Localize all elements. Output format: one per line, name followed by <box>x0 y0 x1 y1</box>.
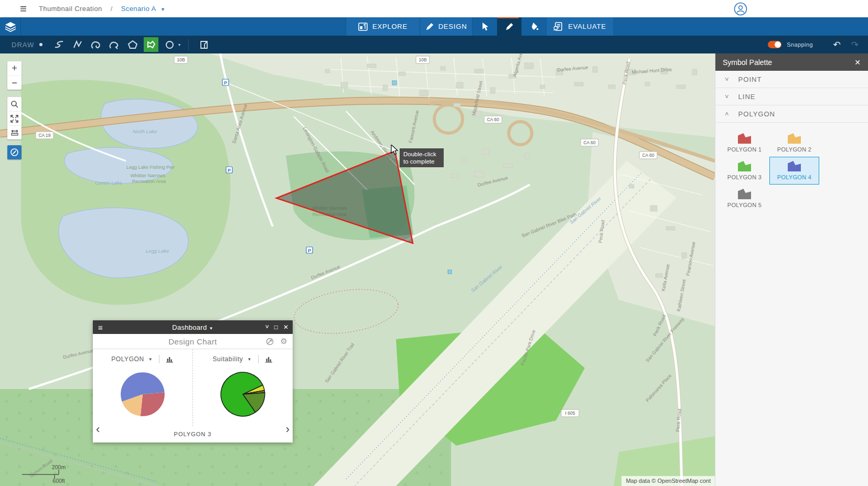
visibility-icon[interactable] <box>266 338 274 345</box>
route-shield-label: I 605 <box>565 411 575 416</box>
chart-settings-gear-icon[interactable]: ⚙ <box>281 337 287 346</box>
dashboard-title-text: Dashboard <box>172 323 207 331</box>
dashboard-body: ‹ › POLYGON ▼ Suitability ▼ <box>93 349 293 426</box>
polygon-swatch-icon <box>788 133 801 144</box>
breadcrumb-project[interactable]: Thumbnail Creation <box>39 5 102 13</box>
polygon-swatch-grid: POLYGON 1POLYGON 2POLYGON 3POLYGON 4POLY… <box>715 123 820 212</box>
map-tools <box>7 97 22 139</box>
draw-tool-button-active[interactable] <box>497 17 521 36</box>
draw-pencil-icon <box>505 23 513 31</box>
swatch-polygon-2[interactable]: POLYGON 2 <box>769 129 819 157</box>
zoom-controls: + − <box>7 61 22 90</box>
field-dropdown-caret-icon[interactable]: ▼ <box>247 357 252 362</box>
freehand-polygon-tool[interactable] <box>89 37 103 52</box>
collapse-window-icon[interactable]: ˅ <box>265 323 269 331</box>
expand-icon <box>10 115 18 123</box>
close-window-icon[interactable]: ✕ <box>283 323 288 331</box>
map-attribution: Map data © OpenStreetMap cont <box>621 476 715 486</box>
swatch-label: POLYGON 3 <box>727 174 762 180</box>
map-canvas[interactable]: North LakeCenter LakeLegg LakeLegg Lake … <box>0 53 715 486</box>
polygon-swatch-icon <box>738 161 751 171</box>
dashboard-subtitle-row: Design Chart ⚙ <box>93 334 293 349</box>
dashboard-titlebar[interactable]: ≡ Dashboard▼ ˅ □ ✕ <box>93 320 293 334</box>
circle-tool[interactable] <box>162 37 177 52</box>
circle-tool-caret-icon[interactable]: ▾ <box>178 42 180 47</box>
evaluate-report-icon <box>553 22 563 31</box>
carousel-prev-icon[interactable]: ‹ <box>96 423 100 436</box>
tab-explore[interactable]: EXPLORE <box>346 17 420 36</box>
polyline-tool[interactable] <box>70 37 85 52</box>
suitability-field-select[interactable]: Suitability <box>213 355 243 363</box>
study-area-tool[interactable] <box>197 37 211 52</box>
swatch-polygon-5[interactable]: POLYGON 5 <box>720 185 769 212</box>
tab-design[interactable]: DESIGN <box>420 17 472 36</box>
maximize-window-icon[interactable]: □ <box>274 323 278 331</box>
select-tool-button[interactable] <box>472 17 497 36</box>
dashboard-gauge-button[interactable] <box>7 145 22 159</box>
polygon-field-select[interactable]: POLYGON <box>111 355 144 363</box>
toolbar-divider <box>188 39 189 50</box>
breadcrumb-separator: / <box>111 5 113 13</box>
swatch-label: POLYGON 2 <box>777 146 811 153</box>
suitability-pie-chart[interactable] <box>219 370 267 418</box>
search-icon <box>10 100 19 109</box>
section-line[interactable]: ˅ LINE <box>715 88 868 105</box>
dashboard-menu-icon[interactable]: ≡ <box>98 323 103 332</box>
tab-design-label: DESIGN <box>438 23 467 30</box>
swatch-polygon-1[interactable]: POLYGON 1 <box>720 129 769 157</box>
scenario-caret-icon[interactable]: ▼ <box>160 7 165 12</box>
tab-evaluate-label: EVALUATE <box>568 23 606 30</box>
chevron-down-icon: ˅ <box>725 93 730 101</box>
redo-icon[interactable]: ↷ <box>851 39 859 50</box>
polygon-pie-chart[interactable] <box>119 370 167 418</box>
layers-button[interactable] <box>0 17 21 36</box>
snapping-toggle[interactable] <box>768 41 781 48</box>
carousel-next-icon[interactable]: › <box>286 423 290 436</box>
zoom-out-button[interactable]: − <box>7 75 22 90</box>
measure-icon <box>10 129 19 136</box>
route-shield-label: CA 19 <box>38 133 50 138</box>
chart-type-icon[interactable] <box>166 356 174 363</box>
close-panel-icon[interactable]: ✕ <box>854 58 861 67</box>
full-extent-button[interactable] <box>7 111 22 125</box>
freehand-shape-tool[interactable] <box>107 37 122 52</box>
point-tool[interactable] <box>34 37 48 52</box>
fill-tool-button[interactable] <box>521 17 546 36</box>
autocomplete-polygon-tool-active[interactable] <box>144 37 158 52</box>
section-point[interactable]: ˅ POINT <box>715 71 868 88</box>
undo-icon[interactable]: ↶ <box>833 39 841 50</box>
parking-icon: P <box>308 248 311 253</box>
route-shield-label: 10B <box>177 57 185 62</box>
swatch-polygon-3[interactable]: POLYGON 3 <box>720 157 769 185</box>
parking-icon: P <box>228 168 231 173</box>
search-button[interactable] <box>7 97 22 111</box>
dashboard-title[interactable]: Dashboard▼ <box>172 323 213 331</box>
symbol-palette-panel: Symbol Palette ✕ ˅ POINT ˅ LINE ˄ POLYGO… <box>715 53 868 486</box>
polygon-tool[interactable] <box>125 37 140 52</box>
draw-tooltip: Double-click to complete <box>400 148 444 167</box>
app-menu-icon[interactable]: ≡ <box>20 2 27 16</box>
section-polygon[interactable]: ˄ POLYGON <box>715 105 868 123</box>
freehand-line-tool[interactable] <box>52 37 67 52</box>
vertex-marker <box>392 81 397 85</box>
zoom-in-button[interactable]: + <box>7 61 22 75</box>
chart-cell-polygon: POLYGON ▼ <box>93 349 193 426</box>
explore-icon <box>358 23 368 31</box>
field-dropdown-caret-icon[interactable]: ▼ <box>148 357 153 362</box>
measure-button[interactable] <box>7 125 22 139</box>
chart-cell-suitability: Suitability ▼ <box>193 349 293 426</box>
tab-evaluate[interactable]: EVALUATE <box>546 17 613 36</box>
carousel-page-label: POLYGON 3 <box>93 426 293 442</box>
draw-toolbar: DRAW ▾ Snapping ↶ ↷ <box>0 36 868 53</box>
breadcrumb-scenario[interactable]: Scenario A <box>121 5 156 13</box>
polygon-swatch-icon <box>738 133 751 144</box>
pie-slice-polygon-red[interactable] <box>141 392 165 416</box>
map-label: Legg Lake Fishing Pier <box>126 165 175 170</box>
section-line-label: LINE <box>738 93 756 101</box>
swatch-polygon-4[interactable]: POLYGON 4 <box>769 157 819 185</box>
user-avatar[interactable] <box>734 2 747 16</box>
toggle-knob <box>775 41 781 48</box>
vertex-marker <box>448 270 452 274</box>
symbol-palette-header: Symbol Palette ✕ <box>715 53 868 71</box>
chart-type-icon[interactable] <box>265 356 273 363</box>
